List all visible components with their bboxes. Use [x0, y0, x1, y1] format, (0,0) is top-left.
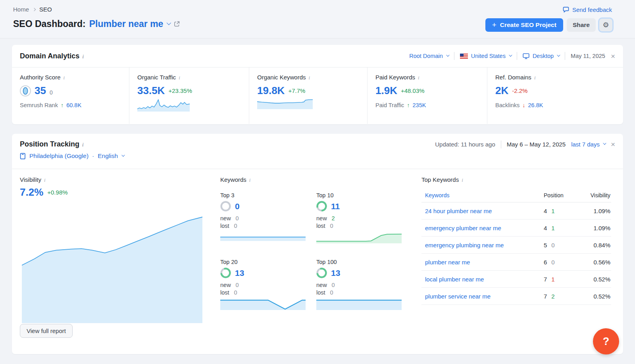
top-header: Home SEO Send feedback SEO Dashboard: Pl… [0, 0, 635, 39]
ref-domains-delta: -2.2% [512, 87, 527, 94]
organic-traffic-sparkline [137, 98, 190, 112]
position-tracking-card: Position Tracking i Updated: 11 hours ag… [12, 134, 623, 354]
position-value: 5 [544, 242, 547, 248]
info-icon[interactable]: i [309, 75, 310, 81]
country-dropdown[interactable]: United States [460, 53, 511, 59]
new-value: 0 [236, 215, 239, 221]
info-icon[interactable]: i [82, 54, 84, 60]
keyword-link[interactable]: emergency plumber near me [421, 225, 544, 231]
project-selector[interactable]: Plumber near me [89, 19, 170, 29]
divider [454, 52, 454, 60]
device-value: Desktop [533, 53, 554, 59]
close-icon[interactable]: × [611, 141, 615, 148]
external-link-icon[interactable] [173, 21, 180, 27]
visibility-cell: 0.56% [578, 259, 611, 266]
keyword-link[interactable]: emergency plumbing near me [421, 242, 544, 248]
position-change: 1 [551, 225, 554, 231]
metric-label: Organic Traffic i [137, 74, 249, 81]
top-keywords-title-text: Top Keywords [421, 176, 459, 183]
keyword-card-top10: Top 10 11 new2 lost0 [316, 192, 402, 243]
info-icon[interactable]: i [82, 142, 84, 148]
paid-traffic-label: Paid Traffic [375, 102, 404, 108]
view-full-report-button[interactable]: View full report [20, 324, 73, 338]
keyword-link[interactable]: local plumber near me [421, 276, 544, 283]
visibility-cell: 0.52% [578, 276, 611, 283]
top20-trend-chart [220, 299, 306, 310]
paid-traffic-value[interactable]: 235K [413, 102, 426, 108]
chevron-down-icon [121, 153, 125, 156]
scope-value: Root Domain [409, 53, 443, 59]
paid-keywords-delta: +48.03% [401, 87, 425, 94]
send-feedback-link[interactable]: Send feedback [562, 6, 612, 13]
semrush-rank-row: Semrush Rank ↑ 60.8K [20, 102, 129, 108]
column-header-visibility: Visibility [578, 192, 611, 198]
report-date: May 11, 2025 [571, 53, 605, 59]
campaign-selector[interactable]: Philadelphia (Google) · English [20, 152, 615, 160]
top-keywords-block: Top Keywords i Keywords Position Visibil… [421, 176, 611, 305]
domain-analytics-controls: Root Domain United States [409, 52, 615, 60]
keyword-link[interactable]: 24 hour plumber near me [421, 208, 544, 214]
lost-value: 0 [330, 289, 333, 296]
keywords-label-text: Keywords [220, 176, 246, 183]
domain-analytics-title: Domain Analytics i [20, 52, 84, 60]
info-icon[interactable]: i [534, 75, 536, 81]
backlinks-value[interactable]: 26.8K [528, 102, 543, 108]
column-header-keywords: Keywords [421, 192, 544, 198]
lost-label: lost [316, 223, 325, 229]
keyword-card-value: 0 [235, 202, 240, 211]
keyword-link[interactable]: plumber near me [421, 259, 544, 266]
ref-domains-value: 2K [495, 85, 508, 97]
send-feedback-label: Send feedback [572, 6, 612, 13]
top10-trend-chart [316, 232, 402, 243]
keywords-block: Keywords i Top 3 0 new0 lost0 Top 10 [220, 176, 411, 183]
info-icon[interactable]: i [462, 177, 463, 183]
info-icon[interactable]: i [249, 177, 251, 183]
keyword-link[interactable]: plumber service near me [421, 293, 544, 300]
lost-label: lost [220, 289, 229, 296]
device-dropdown[interactable]: Desktop [523, 53, 559, 59]
donut-icon [220, 201, 231, 212]
donut-icon [220, 268, 231, 278]
help-button[interactable]: ? [593, 328, 619, 354]
position-tracking-header: Position Tracking i Updated: 11 hours ag… [12, 134, 623, 169]
position-change: 1 [551, 276, 554, 283]
country-value: United States [471, 53, 506, 59]
visibility-value: 7.2% [20, 186, 43, 198]
divider [565, 52, 565, 60]
visibility-label-text: Visibility [20, 176, 41, 183]
divider [501, 141, 501, 148]
table-row: emergency plumber near me 41 1.09% [421, 220, 611, 237]
page-title: SEO Dashboard: Plumber near me [13, 19, 180, 29]
share-button[interactable]: Share [567, 18, 596, 32]
metric-label: Ref. Domains i [495, 74, 623, 81]
info-icon[interactable]: i [179, 75, 180, 81]
info-icon[interactable]: i [64, 75, 65, 81]
donut-icon [316, 268, 327, 278]
breadcrumb-current: SEO [39, 6, 52, 13]
organic-keywords-value: 19.8K [257, 85, 285, 97]
new-value: 0 [236, 282, 239, 288]
backlinks-label: Backlinks [495, 102, 520, 108]
scope-dropdown[interactable]: Root Domain [409, 53, 448, 59]
close-icon[interactable]: × [611, 52, 615, 60]
create-seo-project-label: Create SEO Project [500, 21, 556, 29]
table-row: 24 hour plumber near me 41 1.09% [421, 202, 611, 220]
dot-separator: · [92, 152, 94, 160]
range-dropdown[interactable]: last 7 days [571, 141, 605, 148]
chevron-down-icon [167, 20, 171, 25]
header-actions: + Create SEO Project Share ⚙ [485, 18, 612, 32]
new-value: 2 [332, 215, 335, 221]
visibility-area-chart [22, 216, 202, 323]
domain-analytics-header: Domain Analytics i Root Domain United St… [12, 45, 623, 67]
settings-gear-button[interactable]: ⚙ [599, 19, 612, 31]
domain-analytics-card: Domain Analytics i Root Domain United St… [12, 45, 623, 124]
top-keywords-table: Keywords Position Visibility 24 hour plu… [421, 189, 611, 305]
position-tracking-controls: Updated: 11 hours ago May 6 – May 12, 20… [435, 141, 615, 148]
semrush-rank-value[interactable]: 60.8K [66, 102, 81, 108]
info-icon[interactable]: i [44, 177, 46, 183]
visibility-delta: +0.98% [47, 189, 67, 196]
info-icon[interactable]: i [418, 75, 419, 81]
us-flag-icon [460, 54, 468, 59]
breadcrumb-home[interactable]: Home [13, 6, 29, 13]
create-seo-project-button[interactable]: + Create SEO Project [485, 18, 563, 32]
